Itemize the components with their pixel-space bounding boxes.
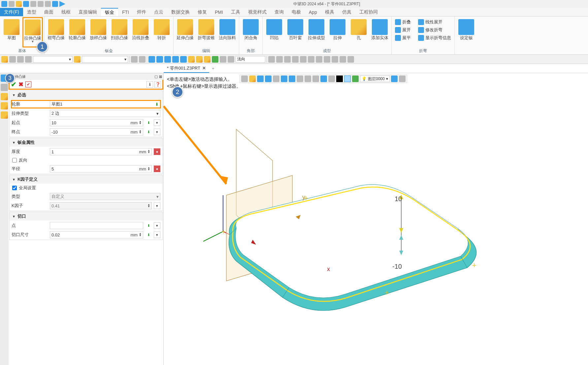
- dimple-button[interactable]: 凹陷: [264, 17, 284, 47]
- thickness-input[interactable]: 1mm▲▼: [50, 148, 152, 155]
- vb6-icon[interactable]: [281, 76, 287, 82]
- vb5-icon[interactable]: [273, 76, 279, 82]
- rect-select-icon[interactable]: [17, 56, 24, 63]
- snap-ext-icon[interactable]: [347, 56, 354, 63]
- snap-perp-icon[interactable]: [300, 56, 307, 63]
- extend-flange-button[interactable]: 延伸凸缘: [175, 17, 195, 47]
- option-icon[interactable]: ▾: [154, 202, 160, 209]
- snap-pt-icon[interactable]: [268, 56, 275, 63]
- section-head[interactable]: 钣金属性: [10, 138, 162, 147]
- app-menu-icon[interactable]: [1, 1, 7, 7]
- tab-app[interactable]: App: [305, 8, 321, 16]
- vb7-icon[interactable]: [289, 76, 295, 82]
- extrude-button[interactable]: 拉伸: [327, 17, 348, 47]
- align2-icon[interactable]: [156, 56, 163, 63]
- stretch-form-button[interactable]: 拉伸成型: [306, 17, 327, 47]
- refresh-icon[interactable]: [52, 1, 58, 7]
- fold-line-button[interactable]: 沿线折叠: [130, 17, 151, 47]
- pick-icon[interactable]: ⬇: [155, 102, 159, 107]
- vb13-icon[interactable]: [352, 76, 359, 82]
- pick-point-icon[interactable]: ⬇: [145, 129, 152, 135]
- align5-icon[interactable]: [180, 56, 187, 63]
- tool-2-icon[interactable]: [139, 56, 146, 63]
- flip-checkbox[interactable]: [12, 158, 17, 163]
- fold-button[interactable]: 折叠: [393, 18, 413, 26]
- unfold-button[interactable]: 展开: [393, 26, 413, 34]
- tab-pmi[interactable]: PMI: [211, 8, 227, 16]
- option-icon[interactable]: ▾: [154, 222, 160, 229]
- side-tab-layers-icon[interactable]: [1, 93, 8, 100]
- flatten-button[interactable]: 展平: [393, 34, 413, 42]
- pick-point-icon[interactable]: ⬇: [145, 231, 152, 238]
- apply-button[interactable]: ✔: [25, 81, 31, 87]
- vb10-icon[interactable]: [312, 76, 319, 82]
- section-head[interactable]: K因子定义: [10, 175, 162, 184]
- print-icon[interactable]: [30, 1, 36, 7]
- tab-sheetmetal[interactable]: 钣金: [101, 8, 118, 16]
- tab-electrode[interactable]: 电极: [288, 8, 305, 16]
- lock-icon[interactable]: ●: [154, 148, 160, 155]
- cube4-icon[interactable]: [212, 56, 218, 63]
- snap-proj-icon[interactable]: [340, 56, 346, 63]
- tab-pointcloud[interactable]: 点云: [150, 8, 167, 16]
- undock-icon[interactable]: ▢: [154, 75, 158, 79]
- tab-tools[interactable]: 工具: [227, 8, 244, 16]
- extrude-type-select[interactable]: 2 边▾: [50, 110, 160, 117]
- snap-int-icon[interactable]: [292, 56, 299, 63]
- global-checkbox[interactable]: [12, 186, 17, 190]
- tab-direct[interactable]: 直接编辑: [75, 8, 101, 16]
- snap-tang-icon[interactable]: [308, 56, 314, 63]
- window-select-icon[interactable]: [9, 56, 16, 63]
- normal-cut-button[interactable]: 法向除料: [217, 17, 238, 47]
- section-head[interactable]: 必选: [10, 91, 162, 99]
- snap-near-icon[interactable]: [324, 56, 330, 63]
- new-tab-button[interactable]: +: [209, 66, 217, 71]
- option-icon[interactable]: ▾: [154, 231, 160, 238]
- extrude-flange-button[interactable]: 拉伸凸缘 ▼ 1: [22, 17, 43, 47]
- bend-info-button[interactable]: 显示折弯信息: [416, 34, 453, 42]
- vb12-icon[interactable]: [328, 76, 335, 82]
- grid-icon[interactable]: [220, 56, 226, 63]
- tab-weld[interactable]: 焊件: [133, 8, 150, 16]
- vb14-icon[interactable]: [391, 76, 398, 82]
- viewport[interactable]: <单击左键>激活动态选择输入。 <Shift +鼠标右键>显示选择过滤器。 💡图…: [164, 73, 588, 365]
- cursor-icon[interactable]: [1, 56, 8, 63]
- vb2-icon[interactable]: [249, 76, 256, 82]
- tab-collab[interactable]: 工程协同: [355, 8, 382, 16]
- tab-file[interactable]: 文件(F): [0, 8, 23, 16]
- snap-ctr-icon[interactable]: [284, 56, 291, 63]
- side-tab-user-icon[interactable]: [1, 111, 8, 119]
- tab-visual[interactable]: 视觉样式: [244, 8, 271, 16]
- grid2-icon[interactable]: [228, 56, 234, 63]
- layer-select[interactable]: 💡图层0000▾: [360, 76, 390, 82]
- side-tab-render-icon[interactable]: [1, 102, 8, 109]
- tab-wire[interactable]: 线框: [57, 8, 75, 16]
- cube3-icon[interactable]: [204, 56, 211, 63]
- jog-button[interactable]: 转折: [151, 17, 172, 47]
- vb1-icon[interactable]: [241, 76, 248, 82]
- help-button[interactable]: ❓: [154, 81, 161, 88]
- info-button[interactable]: ℹ: [147, 81, 153, 88]
- direction-input[interactable]: [236, 56, 265, 63]
- color-blue-icon[interactable]: [344, 76, 351, 82]
- tab-shape[interactable]: 造型: [23, 8, 40, 16]
- body-filter-icon[interactable]: [74, 56, 81, 63]
- align-icon[interactable]: [148, 56, 155, 63]
- align4-icon[interactable]: [172, 56, 179, 63]
- cutpoint-input[interactable]: [50, 222, 143, 229]
- lock-icon[interactable]: ●: [154, 166, 160, 172]
- bend-taper-button[interactable]: 折弯拔锥: [196, 17, 216, 47]
- vb15-icon[interactable]: [399, 76, 406, 82]
- option-icon[interactable]: ▾: [154, 129, 160, 135]
- add-body-button[interactable]: 添加实体: [370, 17, 390, 47]
- close-corner-button[interactable]: 闭合角: [241, 17, 261, 47]
- cube-icon[interactable]: [188, 56, 195, 63]
- vb9-icon[interactable]: [305, 76, 311, 82]
- pick-point-icon[interactable]: ⬇: [145, 222, 152, 229]
- redo-icon[interactable]: [45, 1, 51, 7]
- lasso-select-icon[interactable]: [25, 56, 32, 63]
- cancel-button[interactable]: ✖: [18, 81, 23, 88]
- color-black-icon[interactable]: [336, 76, 343, 82]
- save-icon[interactable]: [23, 1, 29, 7]
- tab-repair[interactable]: 修复: [194, 8, 211, 16]
